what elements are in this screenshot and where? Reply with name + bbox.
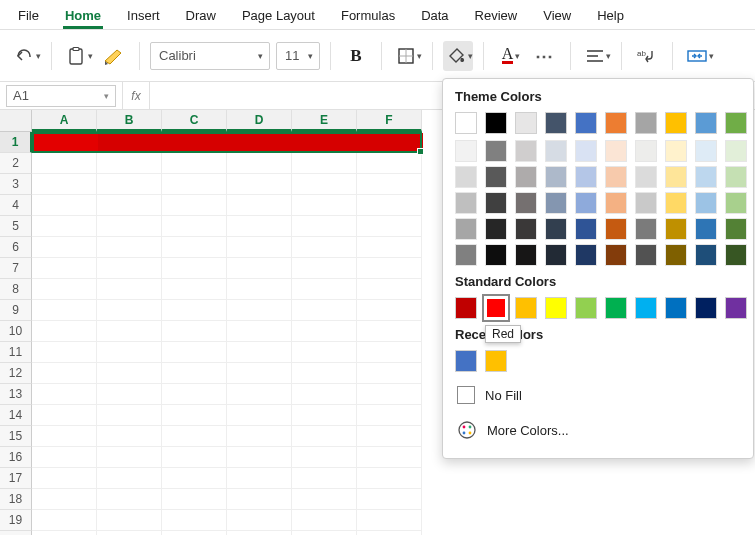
cell[interactable] xyxy=(357,300,422,321)
cell[interactable] xyxy=(227,279,292,300)
cell[interactable] xyxy=(357,258,422,279)
cell[interactable] xyxy=(357,489,422,510)
row-header-10[interactable]: 10 xyxy=(0,321,32,342)
border-button[interactable]: ▾ xyxy=(392,41,422,71)
color-swatch[interactable] xyxy=(695,244,717,266)
row-header-12[interactable]: 12 xyxy=(0,363,32,384)
color-swatch[interactable] xyxy=(725,297,747,319)
cell[interactable] xyxy=(357,447,422,468)
color-swatch[interactable] xyxy=(665,218,687,240)
cell[interactable] xyxy=(292,342,357,363)
cell[interactable] xyxy=(162,153,227,174)
cell[interactable] xyxy=(227,405,292,426)
color-swatch[interactable] xyxy=(575,218,597,240)
color-swatch[interactable] xyxy=(515,218,537,240)
align-button[interactable]: ▾ xyxy=(581,41,611,71)
row-header-15[interactable]: 15 xyxy=(0,426,32,447)
cell[interactable] xyxy=(32,342,97,363)
row-header-7[interactable]: 7 xyxy=(0,258,32,279)
color-swatch[interactable] xyxy=(725,192,747,214)
cells[interactable] xyxy=(32,132,422,535)
tab-insert[interactable]: Insert xyxy=(125,4,162,29)
cell[interactable] xyxy=(292,321,357,342)
color-swatch[interactable] xyxy=(665,112,687,134)
color-swatch[interactable] xyxy=(485,244,507,266)
row-header-19[interactable]: 19 xyxy=(0,510,32,531)
cell[interactable] xyxy=(357,510,422,531)
color-swatch[interactable] xyxy=(545,140,567,162)
cell[interactable] xyxy=(32,237,97,258)
cell[interactable] xyxy=(32,510,97,531)
tab-view[interactable]: View xyxy=(541,4,573,29)
row-header-8[interactable]: 8 xyxy=(0,279,32,300)
cell[interactable] xyxy=(357,321,422,342)
cell[interactable] xyxy=(162,405,227,426)
cell[interactable] xyxy=(227,321,292,342)
cell[interactable] xyxy=(32,216,97,237)
color-swatch[interactable] xyxy=(485,297,507,319)
cell[interactable] xyxy=(32,489,97,510)
color-swatch[interactable] xyxy=(695,297,717,319)
color-swatch[interactable] xyxy=(485,218,507,240)
cell[interactable] xyxy=(97,510,162,531)
row-header-14[interactable]: 14 xyxy=(0,405,32,426)
color-swatch[interactable] xyxy=(725,218,747,240)
cell[interactable] xyxy=(97,447,162,468)
cell[interactable] xyxy=(97,426,162,447)
row-header-1[interactable]: 1 xyxy=(0,132,32,153)
cell[interactable] xyxy=(227,510,292,531)
cell[interactable] xyxy=(162,216,227,237)
cell[interactable] xyxy=(162,258,227,279)
color-swatch[interactable] xyxy=(695,192,717,214)
color-swatch[interactable] xyxy=(605,192,627,214)
color-swatch[interactable] xyxy=(725,140,747,162)
color-swatch[interactable] xyxy=(575,140,597,162)
cell[interactable] xyxy=(97,363,162,384)
cell[interactable] xyxy=(292,153,357,174)
color-swatch[interactable] xyxy=(635,140,657,162)
color-swatch[interactable] xyxy=(485,192,507,214)
cell[interactable] xyxy=(357,342,422,363)
cell[interactable] xyxy=(227,195,292,216)
color-swatch[interactable] xyxy=(725,244,747,266)
wrap-text-button[interactable]: ab xyxy=(632,41,662,71)
cell[interactable] xyxy=(227,174,292,195)
cell[interactable] xyxy=(227,300,292,321)
color-swatch[interactable] xyxy=(515,297,537,319)
color-swatch[interactable] xyxy=(695,218,717,240)
color-swatch[interactable] xyxy=(605,112,627,134)
color-swatch[interactable] xyxy=(665,297,687,319)
cell[interactable] xyxy=(162,237,227,258)
col-header-B[interactable]: B xyxy=(97,110,162,132)
cell[interactable] xyxy=(32,174,97,195)
color-swatch[interactable] xyxy=(605,244,627,266)
cell[interactable] xyxy=(292,279,357,300)
cell[interactable] xyxy=(357,279,422,300)
tab-help[interactable]: Help xyxy=(595,4,626,29)
color-swatch[interactable] xyxy=(545,297,567,319)
color-swatch[interactable] xyxy=(455,244,477,266)
font-name-select[interactable]: Calibri ▾ xyxy=(150,42,270,70)
tab-home[interactable]: Home xyxy=(63,4,103,29)
cell[interactable] xyxy=(162,510,227,531)
tab-review[interactable]: Review xyxy=(473,4,520,29)
cell[interactable] xyxy=(357,468,422,489)
cell[interactable] xyxy=(162,279,227,300)
cell[interactable] xyxy=(292,510,357,531)
cell[interactable] xyxy=(292,447,357,468)
cell[interactable] xyxy=(227,489,292,510)
color-swatch[interactable] xyxy=(455,140,477,162)
row-header-9[interactable]: 9 xyxy=(0,300,32,321)
color-swatch[interactable] xyxy=(575,192,597,214)
cell[interactable] xyxy=(227,426,292,447)
paste-button[interactable]: ▾ xyxy=(62,41,93,71)
cell[interactable] xyxy=(227,384,292,405)
cell[interactable] xyxy=(227,447,292,468)
cell[interactable] xyxy=(97,237,162,258)
select-all-corner[interactable] xyxy=(0,110,32,132)
name-box[interactable]: A1 ▾ xyxy=(6,85,116,107)
cell[interactable] xyxy=(357,174,422,195)
color-swatch[interactable] xyxy=(665,192,687,214)
row-header-16[interactable]: 16 xyxy=(0,447,32,468)
color-swatch[interactable] xyxy=(515,112,537,134)
